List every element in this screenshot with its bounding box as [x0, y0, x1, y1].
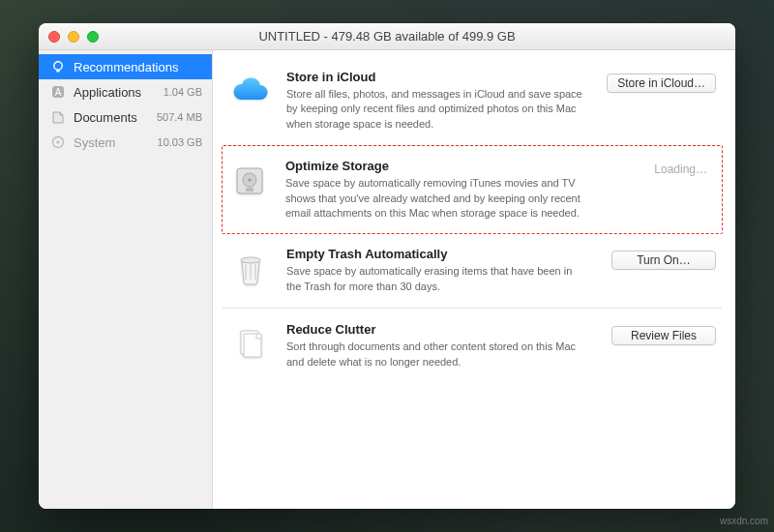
recommendation-description: Save space by automatically removing iTu… — [285, 176, 589, 221]
recommendation-description: Save space by automatically erasing item… — [286, 264, 588, 294]
sidebar: Recommendations A Applications 1.04 GB D… — [39, 50, 213, 509]
lightbulb-icon — [50, 59, 66, 74]
window-controls — [48, 31, 99, 43]
trash-icon — [228, 247, 273, 291]
recommendations-pane: Store in iCloud Store all files, photos,… — [213, 50, 735, 509]
sidebar-item-size: 1.04 GB — [164, 86, 202, 98]
sidebar-item-recommendations[interactable]: Recommendations — [39, 54, 212, 79]
recommendation-optimize-storage: Optimize Storage Save space by automatic… — [222, 145, 723, 234]
sidebar-item-documents[interactable]: Documents 507.4 MB — [39, 104, 212, 130]
icloud-icon — [228, 70, 273, 114]
svg-point-0 — [54, 62, 62, 70]
sidebar-item-label: Applications — [74, 85, 141, 100]
recommendation-title: Reduce Clutter — [286, 322, 588, 337]
document-stack-icon — [228, 322, 273, 367]
store-in-icloud-button[interactable]: Store in iCloud… — [607, 74, 716, 93]
recommendation-reduce-clutter: Reduce Clutter Sort through documents an… — [223, 309, 722, 383]
recommendation-text: Optimize Storage Save space by automatic… — [285, 159, 589, 221]
recommendation-action: Loading… — [603, 159, 717, 176]
system-icon — [50, 134, 66, 150]
sidebar-item-size: 10.03 GB — [158, 136, 202, 148]
recommendation-description: Store all files, photos, and messages in… — [286, 87, 588, 132]
sidebar-item-size: 507.4 MB — [157, 111, 202, 123]
svg-point-10 — [241, 257, 260, 263]
svg-point-8 — [248, 179, 251, 182]
documents-icon — [50, 109, 66, 125]
window-title: UNTITLED - 479.48 GB available of 499.9 … — [39, 29, 735, 44]
sidebar-item-label: Recommendations — [74, 60, 178, 74]
loading-label: Loading… — [644, 163, 717, 176]
recommendation-action: Turn On… — [602, 247, 716, 270]
sidebar-item-label: Documents — [74, 110, 137, 125]
minimize-window-button[interactable] — [68, 31, 79, 43]
recommendation-text: Store in iCloud Store all files, photos,… — [286, 70, 588, 132]
recommendation-description: Sort through documents and other content… — [286, 340, 588, 369]
review-files-button[interactable]: Review Files — [611, 326, 716, 345]
turn-on-button[interactable]: Turn On… — [611, 251, 716, 270]
svg-rect-1 — [56, 70, 60, 72]
sidebar-item-system: System 10.03 GB — [39, 130, 212, 155]
titlebar: UNTITLED - 479.48 GB available of 499.9 … — [39, 23, 735, 50]
recommendation-title: Store in iCloud — [286, 70, 588, 84]
recommendation-action: Store in iCloud… — [602, 70, 716, 93]
recommendation-text: Reduce Clutter Sort through documents an… — [286, 322, 588, 369]
recommendation-title: Empty Trash Automatically — [286, 247, 588, 261]
svg-rect-12 — [244, 334, 261, 357]
recommendation-title: Optimize Storage — [285, 159, 589, 173]
close-window-button[interactable] — [48, 31, 60, 43]
recommendation-text: Empty Trash Automatically Save space by … — [286, 247, 588, 294]
recommendation-action: Review Files — [602, 322, 716, 345]
sidebar-item-label: System — [74, 135, 115, 150]
svg-point-5 — [56, 140, 59, 143]
svg-text:A: A — [55, 87, 62, 98]
applications-icon: A — [50, 84, 66, 100]
sidebar-item-applications[interactable]: A Applications 1.04 GB — [39, 79, 212, 104]
recommendation-store-icloud: Store in iCloud Store all files, photos,… — [223, 56, 722, 146]
hard-drive-icon — [227, 159, 272, 203]
svg-rect-9 — [246, 188, 253, 192]
watermark: wsxdn.com — [720, 516, 768, 526]
storage-management-window: UNTITLED - 479.48 GB available of 499.9 … — [39, 23, 735, 509]
zoom-window-button[interactable] — [87, 31, 99, 43]
recommendation-empty-trash: Empty Trash Automatically Save space by … — [223, 233, 722, 309]
window-body: Recommendations A Applications 1.04 GB D… — [39, 50, 735, 509]
